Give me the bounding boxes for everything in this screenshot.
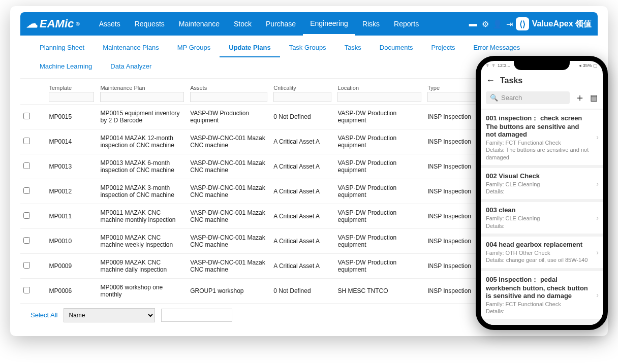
row-checkbox[interactable] (23, 138, 30, 144)
nav-reports[interactable]: Reports (387, 12, 426, 36)
task-card[interactable]: 003 cleanFamily: CLE CleaningDetails:› (481, 202, 603, 234)
search-icon: 🔍 (490, 94, 498, 102)
filter-template[interactable] (49, 92, 94, 102)
cell-criticality: A Critical Asset A (270, 254, 334, 279)
task-details: Details: (486, 188, 598, 195)
filter-criticality[interactable] (273, 92, 331, 102)
cell-location: VASP-DW Production equipment (334, 105, 424, 129)
task-title: 003 clean (486, 206, 598, 214)
filter-assets[interactable] (190, 92, 267, 102)
cell-maintenance-plan: MP0014 MAZAK 12-month inspection of CNC … (97, 129, 187, 154)
gear-icon[interactable]: ⚙ (479, 19, 491, 29)
subnav-machine-learning[interactable]: Machine Learning (30, 57, 101, 75)
cell-assets: VASP-DW-CNC-001 Mazak CNC machine (187, 254, 270, 279)
back-icon[interactable]: ← (486, 75, 495, 86)
row-checkbox[interactable] (23, 287, 30, 293)
row-checkbox[interactable] (23, 212, 30, 219)
search-input[interactable]: 🔍 Search (486, 91, 570, 104)
logout-icon[interactable]: ⇥ (504, 19, 516, 29)
task-card[interactable]: 004 head gearbox replacementFamily: OTH … (481, 237, 603, 268)
cell-location: VASP-DW Production equipment (334, 179, 424, 204)
cell-criticality: A Critical Asset A (270, 129, 334, 154)
task-card[interactable]: 005 inspection： pedal workbench button, … (481, 271, 603, 319)
cell-location: SH MESC TNTCO (334, 279, 424, 304)
cell-location: VASP-DW Production equipment (334, 129, 424, 154)
cell-template: MP0015 (46, 105, 97, 129)
cell-location: VASP-DW Production equipment (334, 254, 424, 279)
subnav-mp-groups[interactable]: MP Groups (168, 39, 220, 57)
cell-assets: VASP-DW-CNC-001 Mazak CNC machine (187, 179, 270, 204)
add-icon[interactable]: ＋ (575, 91, 585, 105)
row-checkbox[interactable] (23, 162, 30, 169)
chevron-right-icon: › (596, 291, 599, 299)
cell-criticality: A Critical Asset A (270, 229, 334, 254)
subnav-projects[interactable]: Projects (422, 39, 465, 57)
cell-assets: GROUP1 workshop (187, 279, 270, 304)
nav-purchase[interactable]: Purchase (259, 12, 303, 36)
subnav-documents[interactable]: Documents (370, 39, 422, 57)
cell-maintenance-plan: MP0006 workshop one monthly (97, 279, 187, 304)
footer-input[interactable] (161, 309, 232, 322)
cell-template: MP0013 (46, 154, 97, 179)
footer-dropdown[interactable]: Name (64, 308, 155, 322)
task-card[interactable]: 002 Visual CheckFamily: CLE CleaningDeta… (481, 168, 603, 200)
subnav-planning-sheet[interactable]: Planning Sheet (30, 39, 94, 57)
cell-criticality: 0 Not Defined (270, 279, 334, 304)
app-logo: ☁ EAMic ® (26, 17, 80, 30)
row-checkbox[interactable] (23, 237, 30, 244)
subnav-task-groups[interactable]: Task Groups (280, 39, 335, 57)
cell-assets: VASP-DW-CNC-001 Mazak CNC machine (187, 229, 270, 254)
cell-criticality: A Critical Asset A (270, 154, 334, 179)
subnav-data-analyzer[interactable]: Data Analyzer (101, 57, 161, 75)
task-family: Family: FCT Functional Check (486, 301, 598, 308)
registered-icon: ® (76, 21, 79, 27)
cell-template: MP0011 (46, 204, 97, 229)
cell-template: MP0006 (46, 279, 97, 304)
cell-template: MP0014 (46, 129, 97, 154)
cell-template: MP0012 (46, 179, 97, 204)
row-checkbox[interactable] (23, 113, 30, 119)
task-details: Details: change gear oil, use oil 85W-14… (486, 256, 598, 263)
message-icon[interactable]: ▤ (590, 93, 598, 103)
chevron-right-icon: › (596, 180, 599, 188)
task-title: 001 inspection： check screen The buttons… (486, 114, 598, 138)
nav-maintenance[interactable]: Maintenance (172, 12, 227, 36)
task-details: Details: The buttons are sensitive and n… (486, 146, 598, 161)
task-card[interactable]: 001 inspection： check screen The buttons… (481, 110, 603, 165)
chevron-right-icon: › (596, 214, 599, 222)
subnav-maintenance-plans[interactable]: Maintenance Plans (94, 39, 168, 57)
cloud-icon: ☁ (26, 17, 38, 30)
subnav-update-plans[interactable]: Update Plans (220, 39, 280, 57)
nav-engineering[interactable]: Engineering (303, 12, 355, 36)
cell-template: MP0010 (46, 229, 97, 254)
col-checkbox (20, 83, 46, 105)
row-checkbox[interactable] (23, 262, 30, 269)
nav-requests[interactable]: Requests (128, 12, 172, 36)
nav-stock[interactable]: Stock (227, 12, 259, 36)
cell-assets: VASP-DW Production equipment (187, 105, 270, 129)
filter-maintenance plan[interactable] (100, 92, 184, 102)
cell-criticality: 0 Not Defined (270, 105, 334, 129)
brand2-text: ValueApex 领值 (532, 19, 592, 29)
mobile-preview: ᯤ ᯤ 12:3... ◂ 35% ▢ ← Tasks 🔍 Search ＋ ▤… (476, 56, 608, 330)
cell-assets: VASP-DW-CNC-001 Mazak CNC machine (187, 154, 270, 179)
row-checkbox[interactable] (23, 187, 30, 194)
chevron-right-icon: › (596, 248, 599, 256)
filter-location[interactable] (337, 92, 421, 102)
subnav-error-messages[interactable]: Error Messages (465, 39, 530, 57)
logo-text: EAMic (40, 17, 74, 30)
task-family: Family: CLE Cleaning (486, 215, 598, 222)
task-title: 005 inspection： pedal workbench button, … (486, 275, 598, 300)
cell-assets: VASP-DW-CNC-001 Mazak CNC machine (187, 204, 270, 229)
status-left: ᯤ ᯤ 12:3... (486, 63, 510, 72)
cell-maintenance-plan: MP0012 MAZAK 3-month inspection of CNC m… (97, 179, 187, 204)
cell-template: MP0009 (46, 254, 97, 279)
col-location: Location (334, 83, 424, 105)
task-details: Details: (486, 308, 598, 315)
nav-risks[interactable]: Risks (355, 12, 387, 36)
select-all-link[interactable]: Select All (30, 311, 57, 319)
subnav-tasks[interactable]: Tasks (335, 39, 370, 57)
user-icon[interactable]: 👤 (491, 19, 504, 29)
chat-icon[interactable]: ▬ (467, 19, 479, 28)
nav-assets[interactable]: Assets (92, 12, 128, 36)
